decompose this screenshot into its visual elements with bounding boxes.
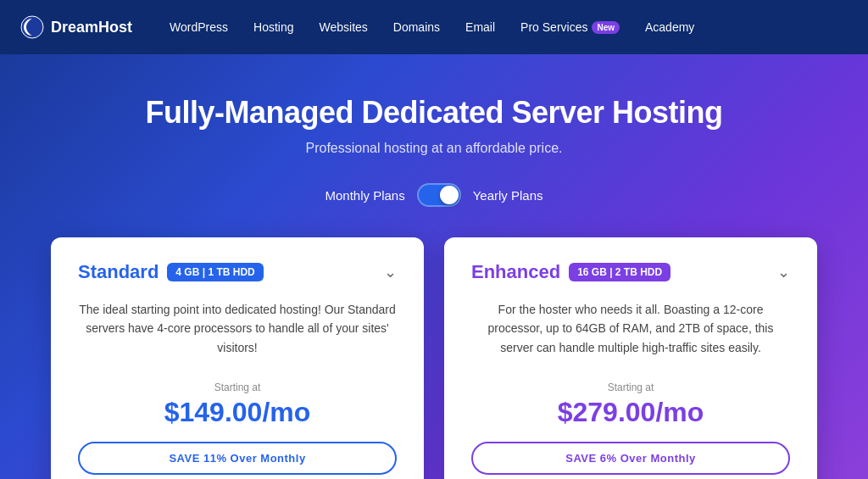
card-desc-enhanced: For the hoster who needs it all. Boastin… — [471, 300, 790, 361]
starting-at-label-standard: Starting at — [78, 382, 397, 393]
yearly-plans-label: Yearly Plans — [473, 188, 543, 203]
starting-at-label-enhanced: Starting at — [471, 382, 790, 393]
nav-item-domains[interactable]: Domains — [383, 14, 450, 41]
navbar: DreamHost WordPress Hosting Websites Dom… — [0, 0, 868, 54]
card-name-standard: Standard — [78, 261, 159, 283]
hero-section: Fully-Managed Dedicated Server Hosting P… — [0, 54, 868, 479]
pricing-cards: Standard 4 GB | 1 TB HDD ⌄ The ideal sta… — [27, 237, 841, 479]
card-badge-enhanced: 16 GB | 2 TB HDD — [569, 263, 670, 281]
card-badge-standard: 4 GB | 1 TB HDD — [167, 263, 263, 281]
nav-item-academy[interactable]: Academy — [635, 14, 704, 41]
hero-title: Fully-Managed Dedicated Server Hosting — [145, 95, 722, 131]
chevron-down-icon[interactable]: ⌄ — [384, 263, 397, 281]
nav-item-hosting[interactable]: Hosting — [243, 14, 303, 41]
nav-items: WordPress Hosting Websites Domains Email… — [159, 14, 704, 41]
hero-subtitle: Professional hosting at an affordable pr… — [305, 141, 562, 156]
nav-item-websites[interactable]: Websites — [309, 14, 377, 41]
nav-item-wordpress[interactable]: WordPress — [159, 14, 238, 41]
card-header-standard: Standard 4 GB | 1 TB HDD ⌄ — [78, 261, 397, 283]
toggle-knob — [440, 186, 459, 204]
nav-item-email[interactable]: Email — [455, 14, 505, 41]
logo[interactable]: DreamHost — [20, 15, 132, 39]
pricing-card-standard: Standard 4 GB | 1 TB HDD ⌄ The ideal sta… — [51, 237, 424, 479]
pricing-card-enhanced: Enhanced 16 GB | 2 TB HDD ⌄ For the host… — [444, 237, 817, 479]
card-name-enhanced: Enhanced — [471, 261, 560, 283]
chevron-down-icon[interactable]: ⌄ — [777, 263, 790, 281]
pro-services-badge: New — [592, 21, 620, 34]
price-enhanced: $279.00/mo — [471, 397, 790, 428]
brand-name: DreamHost — [51, 19, 132, 36]
billing-toggle[interactable] — [417, 183, 461, 207]
nav-item-pro-services[interactable]: Pro Services New — [510, 14, 630, 41]
billing-toggle-row: Monthly Plans Yearly Plans — [325, 183, 542, 207]
logo-icon — [20, 15, 44, 39]
card-desc-standard: The ideal starting point into dedicated … — [78, 300, 397, 361]
save-button-enhanced[interactable]: SAVE 6% Over Monthly — [471, 442, 790, 475]
monthly-plans-label: Monthly Plans — [325, 188, 404, 203]
price-standard: $149.00/mo — [78, 397, 397, 428]
card-header-enhanced: Enhanced 16 GB | 2 TB HDD ⌄ — [471, 261, 790, 283]
save-button-standard[interactable]: SAVE 11% Over Monthly — [78, 442, 397, 475]
